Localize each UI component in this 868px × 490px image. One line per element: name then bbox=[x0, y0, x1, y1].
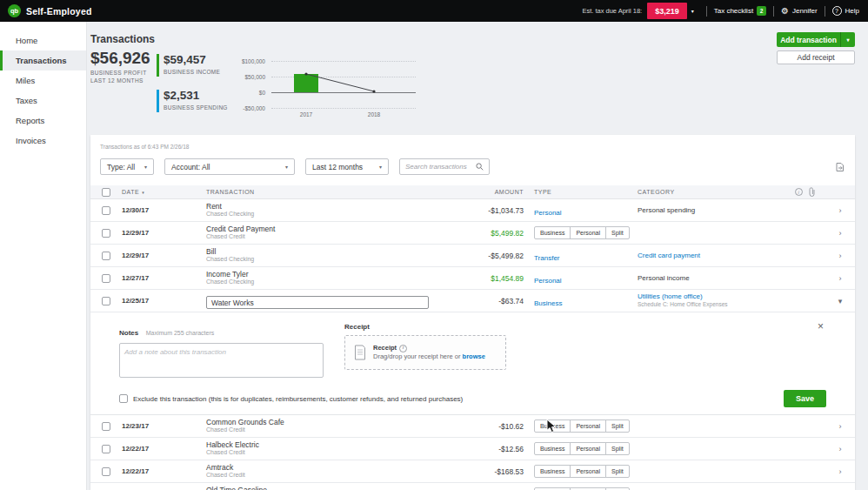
split-type-button[interactable]: Split bbox=[605, 226, 630, 239]
row-expand-chevron[interactable]: › bbox=[825, 422, 855, 431]
y-tick: $100,000 bbox=[242, 58, 265, 64]
sidebar-item-home[interactable]: Home bbox=[0, 30, 86, 50]
split-type-button[interactable]: Split bbox=[605, 420, 630, 433]
type-link[interactable]: Transfer bbox=[534, 254, 560, 262]
add-receipt-button[interactable]: Add receipt bbox=[777, 50, 855, 64]
chart-x-axis: 2017 2018 bbox=[271, 111, 416, 120]
transactions-panel: Transactions as of 6:43 PM 2/26/18 Type:… bbox=[90, 135, 855, 490]
account-filter-dropdown[interactable]: Account: All ▾ bbox=[164, 158, 295, 175]
table-row[interactable]: 12/29/17 Credit Card Payment Chased Cred… bbox=[90, 222, 855, 245]
info-icon[interactable]: i bbox=[795, 188, 803, 196]
type-link[interactable]: Personal bbox=[534, 277, 562, 285]
add-transaction-caret-icon[interactable]: ▾ bbox=[840, 32, 855, 47]
column-header-date[interactable]: DATE ▾ bbox=[122, 189, 206, 195]
row-checkbox[interactable] bbox=[102, 252, 110, 260]
row-expand-chevron[interactable]: › bbox=[825, 274, 855, 283]
category-link[interactable]: Utilities (home office) bbox=[638, 292, 703, 300]
table-row[interactable]: 12/22/17 Amtrack Chased Credit -$168.53 … bbox=[90, 460, 855, 483]
chart-trend-line bbox=[271, 61, 416, 108]
chevron-down-icon: ▾ bbox=[144, 164, 147, 170]
tax-due-badge[interactable]: $3,219 bbox=[647, 3, 687, 19]
type-button-group: Business Personal Split bbox=[534, 226, 634, 239]
business-type-button[interactable]: Business bbox=[534, 442, 571, 455]
exclude-label: Exclude this transaction (this is for du… bbox=[133, 395, 463, 403]
row-collapse-chevron[interactable]: ▾ bbox=[825, 297, 855, 305]
attachment-icon bbox=[808, 187, 816, 197]
row-expand-chevron[interactable]: › bbox=[825, 229, 855, 238]
row-checkbox[interactable] bbox=[102, 206, 110, 215]
type-filter-dropdown[interactable]: Type: All ▾ bbox=[100, 158, 154, 175]
search-box[interactable] bbox=[399, 158, 490, 175]
row-checkbox[interactable] bbox=[102, 229, 110, 238]
export-icon[interactable] bbox=[835, 162, 845, 172]
receipt-dropzone[interactable]: Receipt i Drag/drop your receipt here or… bbox=[344, 335, 506, 370]
transaction-date: 12/25/17 bbox=[122, 297, 206, 305]
personal-type-button[interactable]: Personal bbox=[570, 420, 606, 433]
info-icon[interactable]: i bbox=[399, 345, 407, 352]
page-actions: Add transaction ▾ Add receipt bbox=[777, 32, 855, 64]
transaction-name: Common Grounds Cafe bbox=[206, 418, 404, 426]
sidebar-item-taxes[interactable]: Taxes bbox=[0, 91, 86, 111]
help-menu[interactable]: ? Help bbox=[832, 6, 859, 16]
transaction-name-input[interactable] bbox=[206, 296, 429, 309]
row-checkbox[interactable] bbox=[102, 445, 110, 453]
row-expand-chevron[interactable]: › bbox=[825, 252, 855, 260]
save-button[interactable]: Save bbox=[784, 390, 826, 407]
row-checkbox[interactable] bbox=[102, 422, 110, 431]
split-type-button[interactable]: Split bbox=[605, 442, 630, 455]
row-expand-chevron[interactable]: › bbox=[825, 206, 855, 215]
qb-logo[interactable]: qb bbox=[8, 4, 21, 17]
profit-value: $56,926 bbox=[90, 49, 150, 68]
sidebar-item-invoices[interactable]: Invoices bbox=[0, 131, 86, 151]
business-type-button[interactable]: Business bbox=[534, 420, 571, 433]
transaction-account: Chased Checking bbox=[206, 211, 404, 218]
table-row[interactable]: 12/30/17 Rent Chased Checking -$1,034.73… bbox=[90, 199, 855, 222]
personal-type-button[interactable]: Personal bbox=[570, 465, 606, 478]
browse-link[interactable]: browse bbox=[463, 352, 485, 360]
notes-textarea[interactable] bbox=[119, 343, 324, 378]
table-row[interactable]: 12/21/17 Old Time Gasoline Chased Credit… bbox=[90, 483, 855, 490]
table-row[interactable]: 12/29/17 Bill Chased Checking -$5,499.82… bbox=[90, 245, 855, 267]
category-link[interactable]: Credit card payment bbox=[638, 252, 700, 259]
personal-type-button[interactable]: Personal bbox=[570, 442, 606, 455]
table-row[interactable]: 12/27/17 Income Tyler Chased Checking $1… bbox=[90, 267, 855, 290]
row-checkbox[interactable] bbox=[102, 297, 110, 305]
sidebar-item-reports[interactable]: Reports bbox=[0, 111, 86, 131]
transaction-amount: -$5,499.82 bbox=[404, 252, 530, 260]
table-row-selected[interactable]: 12/25/17 -$63.74 Business Utilities (hom… bbox=[90, 290, 855, 312]
y-tick: $50,000 bbox=[245, 74, 266, 80]
personal-type-button[interactable]: Personal bbox=[570, 226, 606, 239]
row-expand-chevron[interactable]: › bbox=[825, 467, 855, 476]
business-type-button[interactable]: Business bbox=[534, 465, 571, 478]
sidebar-item-miles[interactable]: Miles bbox=[0, 70, 86, 91]
transaction-date: 12/29/17 bbox=[122, 252, 206, 259]
sidebar-item-transactions[interactable]: Transactions bbox=[0, 50, 86, 70]
split-type-button[interactable]: Split bbox=[605, 465, 630, 478]
receipt-box-title: Receipt bbox=[373, 344, 397, 352]
table-row[interactable]: 12/22/17 Halbeck Electric Chased Credit … bbox=[90, 438, 855, 460]
business-type-button[interactable]: Business bbox=[534, 226, 571, 239]
type-link[interactable]: Business bbox=[534, 299, 562, 307]
date-range-dropdown[interactable]: Last 12 months ▾ bbox=[305, 158, 389, 175]
close-icon[interactable]: × bbox=[818, 321, 824, 332]
top-divider bbox=[825, 6, 825, 17]
transaction-name: Amtrack bbox=[206, 463, 404, 472]
row-expand-chevron[interactable]: › bbox=[825, 445, 855, 453]
spending-label: BUSINESS SPENDING bbox=[164, 104, 228, 111]
tax-due-caret-icon[interactable]: ▾ bbox=[691, 8, 694, 14]
select-all-checkbox[interactable] bbox=[102, 188, 110, 197]
transaction-account: Chased Credit bbox=[206, 472, 404, 479]
app-name: Self-Employed bbox=[26, 6, 92, 17]
add-transaction-button[interactable]: Add transaction ▾ bbox=[777, 32, 855, 47]
row-checkbox[interactable] bbox=[102, 467, 110, 476]
x-tick: 2018 bbox=[368, 111, 380, 117]
tax-checklist[interactable]: Tax checklist 2 bbox=[714, 6, 766, 16]
transaction-date: 12/29/17 bbox=[122, 229, 206, 237]
search-input[interactable] bbox=[405, 163, 476, 171]
row-checkbox[interactable] bbox=[102, 274, 110, 283]
exclude-checkbox[interactable] bbox=[119, 394, 128, 403]
type-link[interactable]: Personal bbox=[534, 209, 562, 217]
user-menu[interactable]: ⚙ Jennifer bbox=[781, 7, 817, 16]
gear-icon: ⚙ bbox=[781, 7, 789, 16]
table-row[interactable]: 12/23/17 Common Grounds Cafe Chased Cred… bbox=[90, 415, 855, 438]
